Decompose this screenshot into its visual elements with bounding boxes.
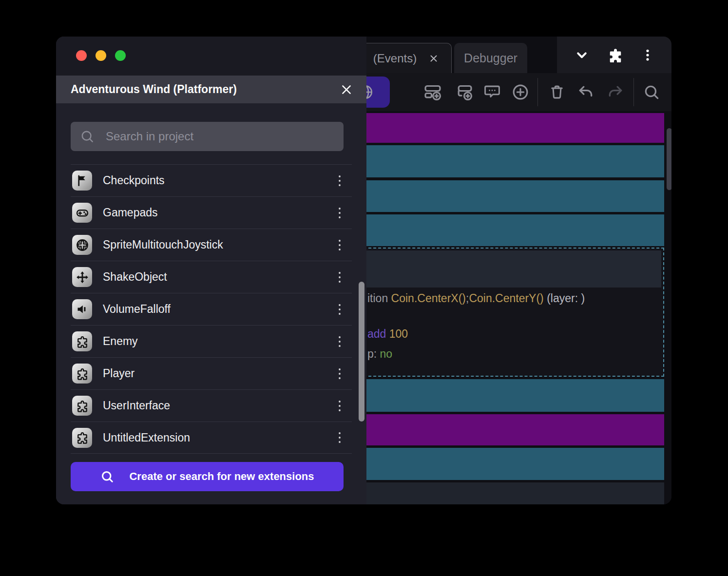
toolbar-divider (537, 78, 538, 106)
list-item-label: Gamepads (103, 206, 331, 219)
list-item-label: ShakeObject (103, 270, 331, 284)
overflow-menu-icon[interactable] (640, 48, 655, 62)
tab-debugger[interactable]: Debugger (454, 43, 527, 73)
value-token: no (380, 347, 393, 360)
events-scrollbar-thumb[interactable] (667, 128, 671, 190)
search-events-button[interactable] (641, 81, 662, 103)
move-icon (72, 267, 92, 287)
search-input[interactable] (105, 129, 335, 144)
item-menu-icon[interactable] (331, 203, 348, 223)
add-comment-button[interactable] (481, 81, 503, 103)
list-item-label: Checkpoints (103, 174, 331, 187)
event-action-line[interactable]: p: no (367, 347, 392, 361)
item-menu-icon[interactable] (331, 364, 348, 384)
list-item-untitledextension[interactable]: UntitledExtension (71, 422, 352, 454)
app-window: (Events) Debugger (56, 37, 671, 504)
item-menu-icon[interactable] (331, 268, 348, 287)
create-extension-label: Create or search for new extensions (129, 470, 314, 483)
list-item-shakeobject[interactable]: ShakeObject (71, 261, 352, 293)
search-icon (79, 129, 95, 144)
chevron-down-icon[interactable] (574, 47, 590, 63)
list-item-label: SpriteMultitouchJoystick (103, 238, 331, 251)
puzzle-icon (72, 396, 92, 416)
list-item-label: UserInterface (103, 399, 331, 412)
panel-title: Adventurous Wind (Platformer) (71, 83, 338, 96)
project-manager-panel: Adventurous Wind (Platformer) Checkp (56, 37, 366, 504)
undo-button[interactable] (575, 81, 596, 103)
redo-button[interactable] (605, 81, 626, 103)
list-item-userinterface[interactable]: UserInterface (71, 389, 352, 422)
delete-button[interactable] (546, 81, 568, 103)
param-label-token: p: (367, 347, 380, 360)
gamepad-icon (72, 203, 92, 223)
list-item-label: Enemy (103, 335, 331, 348)
value-token: 100 (386, 327, 408, 340)
screenshot-canvas: (Events) Debugger (0, 0, 728, 576)
list-item-label: VolumeFalloff (103, 303, 331, 316)
window-titlebar (56, 37, 366, 76)
flag-icon (72, 171, 92, 191)
item-menu-icon[interactable] (331, 300, 348, 319)
item-menu-icon[interactable] (331, 171, 348, 191)
list-item-label: Player (103, 367, 331, 380)
extensions-list: Checkpoints Gamepads (71, 164, 352, 454)
item-menu-icon[interactable] (331, 428, 348, 447)
tab-events-label: (Events) (373, 52, 417, 65)
window-minimize-button[interactable] (96, 50, 106, 61)
tab-bar-controls (557, 37, 671, 73)
puzzle-icon (72, 428, 92, 448)
list-item-enemy[interactable]: Enemy (71, 325, 352, 357)
speaker-icon (72, 299, 92, 319)
add-subevent-button[interactable] (453, 81, 475, 103)
puzzle-icon (72, 331, 92, 351)
project-search-field[interactable] (71, 122, 344, 151)
item-menu-icon[interactable] (331, 235, 348, 255)
list-item-gamepads[interactable]: Gamepads (71, 196, 352, 229)
tab-close-icon[interactable] (428, 53, 439, 64)
joystick-icon (72, 235, 92, 255)
choose-event-button[interactable] (510, 81, 531, 103)
event-action-line[interactable]: ition Coin.CenterX();Coin.CenterY() (lay… (367, 292, 585, 305)
action-text: (layer: ) (544, 292, 585, 305)
window-close-button[interactable] (76, 50, 87, 61)
panel-header: Adventurous Wind (Platformer) (56, 76, 366, 103)
list-item-label: UntitledExtension (103, 431, 331, 444)
list-item-volumefalloff[interactable]: VolumeFalloff (71, 293, 352, 325)
expression-token: Coin.CenterY() (469, 292, 543, 305)
create-extension-button[interactable]: Create or search for new extensions (71, 462, 344, 491)
panel-close-icon[interactable] (338, 81, 355, 98)
extensions-puzzle-icon[interactable] (607, 46, 624, 64)
toolbar-divider (633, 78, 634, 106)
list-item-player[interactable]: Player (71, 357, 352, 389)
add-event-button[interactable] (422, 81, 443, 103)
panel-scrollbar-thumb[interactable] (359, 282, 364, 422)
list-item-sprite-multitouch-joystick[interactable]: SpriteMultitouchJoystick (71, 229, 352, 261)
event-action-line[interactable]: add 100 (367, 327, 408, 341)
item-menu-icon[interactable] (331, 396, 348, 416)
action-text: ition (367, 292, 391, 305)
tab-debugger-label: Debugger (464, 51, 517, 65)
list-item-checkpoints[interactable]: Checkpoints (71, 164, 352, 196)
tab-events[interactable]: (Events) (361, 43, 452, 73)
item-menu-icon[interactable] (331, 332, 348, 351)
expression-token: Coin.CenterX() (391, 292, 466, 305)
search-icon (100, 469, 115, 484)
puzzle-icon (72, 364, 92, 384)
operator-token: add (367, 327, 386, 340)
window-zoom-button[interactable] (115, 50, 126, 61)
